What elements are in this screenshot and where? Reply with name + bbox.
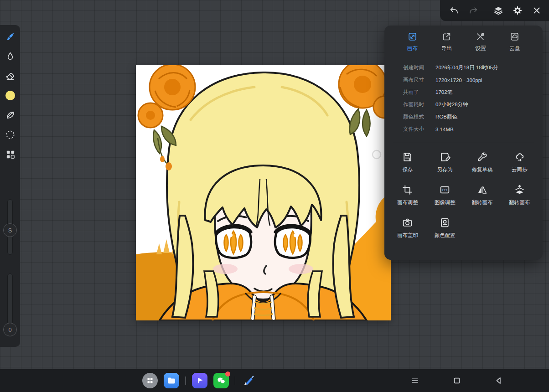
tab-cloud[interactable]: 云盘 bbox=[497, 32, 532, 52]
save-icon bbox=[402, 151, 413, 163]
brush-tool-button[interactable] bbox=[4, 31, 16, 42]
info-label: 画布尺寸 bbox=[403, 77, 435, 83]
info-value: 3.14MB bbox=[435, 127, 543, 132]
layers-icon bbox=[493, 5, 503, 15]
tool-sidebar: S 0 bbox=[0, 25, 20, 347]
selection-tool-button[interactable] bbox=[4, 129, 16, 140]
tab-label: 设置 bbox=[475, 45, 486, 52]
layers-button[interactable] bbox=[492, 5, 504, 16]
files-app-button[interactable] bbox=[164, 373, 179, 388]
info-row-size: 画布尺寸 1720×1720 - 300ppi bbox=[403, 74, 543, 86]
info-label: 创建时间 bbox=[403, 64, 435, 71]
dock-divider bbox=[235, 377, 236, 385]
action-label: 修复草稿 bbox=[471, 166, 492, 173]
action-label: 保存 bbox=[402, 166, 413, 173]
eraser-icon bbox=[5, 71, 16, 81]
recents-nav-button[interactable] bbox=[451, 374, 463, 387]
opacity-handle[interactable]: 0 bbox=[3, 323, 17, 336]
save-as-icon bbox=[439, 151, 451, 163]
dock bbox=[142, 373, 257, 388]
svg-text:PPI: PPI bbox=[442, 188, 447, 191]
wechat-app-button[interactable] bbox=[213, 373, 229, 388]
files-app-icon bbox=[166, 376, 176, 386]
action-label: 云同步 bbox=[512, 166, 528, 173]
tab-export[interactable]: 导出 bbox=[430, 32, 464, 52]
action-label: 颜色配置 bbox=[435, 232, 456, 239]
leaf-icon bbox=[5, 110, 16, 120]
info-label: 文件大小 bbox=[403, 126, 435, 133]
top-toolbar bbox=[440, 0, 549, 21]
ppi-icon: PPI bbox=[439, 184, 451, 196]
app-drawer-button[interactable] bbox=[142, 373, 158, 388]
save-button[interactable]: 保存 bbox=[389, 151, 426, 173]
info-value: RGB颜色 bbox=[435, 113, 543, 120]
canvas-stamp-button[interactable]: 画布盖印 bbox=[389, 217, 426, 239]
tab-label: 画布 bbox=[407, 45, 418, 52]
menu-nav-button[interactable] bbox=[409, 374, 421, 387]
eraser-tool-button[interactable] bbox=[4, 70, 16, 82]
save-as-button[interactable]: 另存为 bbox=[426, 151, 464, 173]
action-label: 画布盖印 bbox=[397, 232, 418, 239]
action-label: 画布调整 bbox=[397, 199, 418, 206]
tab-label: 导出 bbox=[441, 45, 452, 52]
wrench-icon bbox=[476, 151, 488, 163]
crop-icon bbox=[402, 184, 413, 196]
info-row-colormode: 颜色模式 RGB颜色 bbox=[403, 111, 543, 123]
flip-vertical-icon bbox=[514, 184, 525, 196]
recents-square-icon bbox=[452, 376, 461, 385]
tab-settings[interactable]: 设置 bbox=[464, 32, 498, 52]
artwork-canvas[interactable] bbox=[136, 65, 391, 320]
info-label: 共画了 bbox=[403, 89, 435, 96]
tab-canvas[interactable]: 画布 bbox=[395, 32, 430, 52]
leaf-tool-button[interactable] bbox=[4, 109, 16, 121]
canvas-info-list: 创建时间 2026年04月18日 18时05分 画布尺寸 1720×1720 -… bbox=[384, 62, 543, 135]
undo-button[interactable] bbox=[448, 5, 460, 16]
back-nav-button[interactable] bbox=[492, 374, 505, 387]
action-label: 另存为 bbox=[437, 166, 453, 173]
color-profile-button[interactable]: 颜色配置 bbox=[426, 217, 464, 239]
close-button[interactable] bbox=[531, 5, 543, 16]
flip-canvas-h-button[interactable]: 翻转画布 bbox=[464, 184, 501, 206]
color-swatch-button[interactable] bbox=[4, 89, 16, 101]
smudge-icon bbox=[5, 51, 16, 62]
image-adjust-button[interactable]: PPI 图像调整 bbox=[426, 184, 464, 206]
action-label: 翻转画布 bbox=[509, 199, 530, 206]
grid-tool-button[interactable] bbox=[4, 148, 16, 160]
system-nav bbox=[409, 374, 505, 387]
redo-icon bbox=[468, 5, 478, 15]
info-row-duration: 作画耗时 02小时28分钟 bbox=[403, 98, 543, 111]
info-value: 1702笔 bbox=[435, 89, 543, 96]
redo-button[interactable] bbox=[467, 5, 479, 16]
grid-icon bbox=[5, 149, 16, 160]
action-label: 翻转画布 bbox=[471, 199, 492, 206]
opacity-handle-label: 0 bbox=[8, 326, 11, 333]
undo-icon bbox=[449, 5, 459, 15]
repair-draft-button[interactable]: 修复草稿 bbox=[464, 151, 501, 173]
tools-tab-icon bbox=[476, 32, 485, 41]
info-row-filesize: 文件大小 3.14MB bbox=[403, 123, 543, 135]
export-tab-icon bbox=[442, 32, 451, 41]
back-triangle-icon bbox=[494, 376, 503, 385]
cloud-sync-button[interactable]: 云同步 bbox=[501, 151, 538, 173]
info-row-created: 创建时间 2026年04月18日 18时05分 bbox=[403, 62, 543, 74]
info-value: 02小时28分钟 bbox=[435, 101, 543, 108]
smudge-tool-button[interactable] bbox=[4, 50, 16, 62]
flip-horizontal-icon bbox=[476, 184, 488, 196]
info-value: 1720×1720 - 300ppi bbox=[435, 77, 543, 83]
app-drawer-icon bbox=[145, 376, 155, 386]
wechat-app-icon bbox=[216, 376, 226, 386]
paint-app-button[interactable] bbox=[241, 373, 257, 388]
selection-marquee-icon bbox=[5, 129, 16, 140]
canvas-adjust-button[interactable]: 画布调整 bbox=[389, 184, 426, 206]
brush-size-handle[interactable]: S bbox=[3, 223, 17, 237]
panel-tabs: 画布 导出 设置 bbox=[384, 26, 543, 52]
info-label: 颜色模式 bbox=[403, 113, 435, 120]
video-app-icon bbox=[195, 376, 205, 386]
notification-badge bbox=[225, 371, 230, 377]
video-app-button[interactable] bbox=[192, 373, 207, 388]
camera-icon bbox=[402, 217, 413, 228]
current-color-swatch bbox=[5, 91, 15, 100]
flip-canvas-v-button[interactable]: 翻转画布 bbox=[501, 184, 538, 206]
settings-button[interactable] bbox=[512, 5, 523, 16]
info-value: 2026年04月18日 18时05分 bbox=[435, 64, 543, 71]
